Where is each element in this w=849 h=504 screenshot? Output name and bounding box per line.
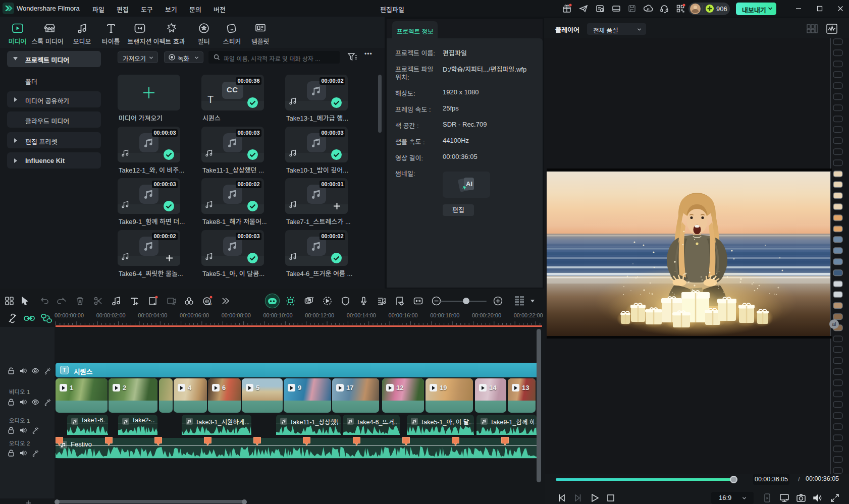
svg-text:AI: AI: [208, 302, 211, 306]
svg-text:AI: AI: [466, 180, 472, 188]
